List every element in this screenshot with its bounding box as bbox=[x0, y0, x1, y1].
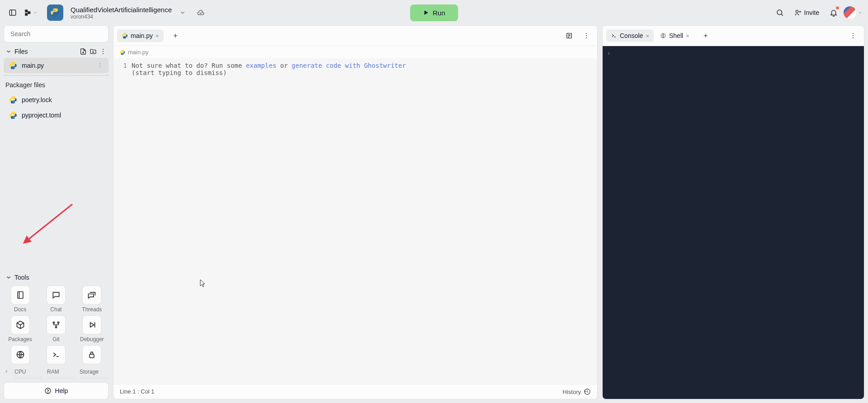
more-vertical-icon bbox=[97, 62, 103, 69]
app-icon bbox=[47, 5, 63, 21]
topbar-center: Run bbox=[410, 5, 458, 21]
tool-label: Docs bbox=[14, 306, 26, 313]
shell-icon bbox=[660, 33, 666, 39]
new-file-icon[interactable] bbox=[80, 48, 87, 55]
terminal-icon bbox=[52, 350, 61, 359]
git-icon bbox=[52, 320, 61, 329]
tool-docs[interactable]: Docs bbox=[4, 286, 37, 313]
new-tab-button[interactable] bbox=[698, 28, 713, 43]
invite-label: Invite bbox=[804, 9, 819, 16]
run-label: Run bbox=[433, 9, 445, 17]
editor-body[interactable]: 1 Not sure what to do? Run some examples… bbox=[113, 58, 597, 384]
plus-icon bbox=[172, 33, 179, 39]
resource-label: CPU bbox=[14, 369, 43, 375]
svg-rect-33 bbox=[90, 354, 94, 358]
right-more-button[interactable] bbox=[846, 28, 860, 43]
svg-point-17 bbox=[103, 53, 104, 54]
tab-close-button[interactable]: × bbox=[156, 33, 159, 39]
placeholder-text: or bbox=[276, 62, 292, 69]
replit-logo-icon bbox=[24, 9, 32, 17]
bell-icon bbox=[830, 9, 838, 17]
svg-point-49 bbox=[853, 33, 854, 34]
tool-threads[interactable]: Threads bbox=[75, 286, 108, 313]
python-icon bbox=[50, 8, 60, 18]
search-input[interactable] bbox=[4, 25, 108, 42]
lock-icon bbox=[87, 350, 96, 359]
file-item-pyproject-toml[interactable]: pyproject.toml bbox=[4, 108, 108, 123]
chevron-down-icon bbox=[5, 274, 12, 281]
python-icon bbox=[9, 61, 17, 70]
code-content[interactable]: Not sure what to do? Run some examples o… bbox=[132, 58, 597, 384]
editor-more-button[interactable] bbox=[579, 28, 594, 43]
history-button[interactable]: History bbox=[563, 388, 591, 395]
topbar-right: Invite bbox=[773, 5, 863, 20]
svg-rect-2 bbox=[25, 9, 28, 12]
cursor-position: Line 1 : Col 1 bbox=[120, 388, 155, 395]
tool-terminal[interactable] bbox=[39, 345, 72, 364]
invite-button[interactable]: Invite bbox=[790, 6, 824, 19]
editor-layout-button[interactable] bbox=[562, 28, 576, 43]
tab-shell[interactable]: Shell × bbox=[656, 29, 694, 42]
svg-point-35 bbox=[47, 393, 48, 393]
nav-menu-button[interactable] bbox=[24, 5, 38, 20]
editor-pane: main.py × main.py 1 bbox=[113, 25, 598, 399]
new-folder-icon[interactable] bbox=[90, 48, 97, 55]
title-block[interactable]: QualifiedVioletArtificialintelligence vo… bbox=[71, 6, 172, 20]
tool-secrets[interactable] bbox=[75, 345, 108, 364]
sidebar-toggle-button[interactable] bbox=[5, 5, 20, 20]
tab-close-button[interactable]: × bbox=[686, 33, 689, 39]
svg-point-24 bbox=[53, 322, 54, 323]
topbar: QualifiedVioletArtificialintelligence vo… bbox=[0, 0, 868, 25]
search-button[interactable] bbox=[773, 5, 787, 20]
tool-git[interactable]: Git bbox=[39, 315, 72, 342]
examples-link[interactable]: examples bbox=[246, 62, 276, 69]
tab-label: main.py bbox=[131, 32, 153, 39]
play-icon bbox=[423, 9, 429, 16]
tools-header[interactable]: Tools bbox=[4, 271, 108, 284]
help-button[interactable]: Help bbox=[4, 382, 108, 399]
title-dropdown-button[interactable] bbox=[175, 5, 190, 20]
python-icon bbox=[9, 96, 17, 104]
svg-marker-28 bbox=[90, 323, 94, 327]
file-item-poetry-lock[interactable]: poetry.lock bbox=[4, 92, 108, 108]
tool-debugger[interactable]: Debugger bbox=[75, 315, 108, 342]
more-vertical-icon[interactable] bbox=[99, 48, 107, 55]
tool-label: Chat bbox=[50, 306, 61, 313]
svg-point-50 bbox=[853, 35, 854, 36]
cloud-sync-button[interactable] bbox=[193, 5, 208, 20]
placeholder-text: Not sure what to do? Run some bbox=[132, 62, 246, 69]
tab-close-button[interactable]: × bbox=[646, 33, 649, 39]
chevron-down-icon bbox=[179, 9, 186, 16]
tool-chat[interactable]: Chat bbox=[39, 286, 72, 313]
plus-icon bbox=[703, 33, 709, 39]
run-button[interactable]: Run bbox=[410, 5, 458, 21]
file-name: main.py bbox=[22, 62, 44, 69]
tool-label: Packages bbox=[8, 336, 32, 342]
notifications-button[interactable] bbox=[826, 5, 841, 20]
package-icon bbox=[16, 320, 25, 329]
tool-label: Threads bbox=[82, 306, 102, 313]
tab-console[interactable]: Console × bbox=[606, 29, 654, 42]
new-tab-button[interactable] bbox=[168, 28, 183, 43]
files-header[interactable]: Files bbox=[4, 45, 108, 58]
layout-icon bbox=[566, 32, 573, 39]
svg-point-6 bbox=[777, 10, 782, 15]
svg-point-18 bbox=[99, 63, 100, 64]
avatar-menu-button[interactable] bbox=[844, 5, 863, 20]
repl-title: QualifiedVioletArtificialintelligence bbox=[71, 6, 172, 14]
svg-marker-5 bbox=[425, 10, 428, 14]
file-item-main-py[interactable]: main.py bbox=[4, 58, 108, 73]
console-body[interactable]: › bbox=[603, 46, 864, 399]
resource-expand-button[interactable] bbox=[4, 369, 11, 374]
svg-point-51 bbox=[853, 37, 854, 38]
tab-main-py[interactable]: main.py × bbox=[117, 29, 164, 42]
tool-shell[interactable] bbox=[4, 345, 37, 364]
breadcrumb: main.py bbox=[113, 46, 597, 58]
ghostwriter-link[interactable]: generate code with Ghostwriter bbox=[292, 62, 406, 69]
svg-point-16 bbox=[103, 51, 104, 52]
file-more-button[interactable] bbox=[97, 62, 103, 69]
tool-packages[interactable]: Packages bbox=[4, 315, 37, 342]
resource-label: Storage bbox=[80, 369, 108, 375]
tool-label: Debugger bbox=[80, 336, 104, 342]
notification-dot-icon bbox=[836, 6, 839, 9]
